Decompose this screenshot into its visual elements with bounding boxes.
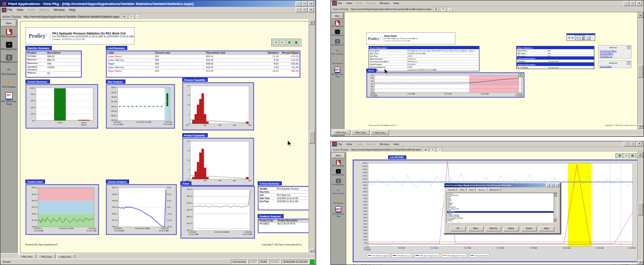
dialog-tab-events[interactable]: Events xyxy=(476,188,487,191)
sidebar-item-pk1-process[interactable]: ◀PK1 Process xyxy=(331,197,346,204)
scroll-up-icon[interactable]: ▲ xyxy=(309,20,315,25)
close-icon[interactable]: × xyxy=(555,184,559,187)
taskbar-tab-http-rev-[interactable]: ehttp://rev... xyxy=(370,130,389,135)
edit-icon[interactable]: ✎ xyxy=(440,7,446,12)
vertical-scrollbar[interactable]: ▲▼ xyxy=(637,12,644,130)
maximize-icon[interactable]: □ xyxy=(630,141,636,146)
maximize-icon[interactable]: □ xyxy=(302,1,308,6)
menu-help[interactable]: Help xyxy=(394,143,399,145)
collapse-icon[interactable]: × xyxy=(627,61,630,65)
vertical-scrollbar[interactable]: ▲▼ xyxy=(309,20,315,253)
sidebar-item-pk1-spc-glue-temp[interactable]: SPCPK1 SPC Glue Temp xyxy=(331,67,344,78)
sidebar-item-pk1-process[interactable]: ◀PK1 Process xyxy=(331,58,344,65)
go-button[interactable]: ... xyxy=(586,35,590,40)
dialog-tab-general[interactable]: General xyxy=(446,188,457,191)
edit-icon[interactable]: ✎ xyxy=(128,14,134,19)
sidebar-item-pk1-production[interactable]: ▙PK1 Production xyxy=(331,160,346,167)
active-display-url[interactable]: http://revmart/Apps/Applications/Variabl… xyxy=(24,15,120,18)
sidebar-item-pk1-overview[interactable]: ✂PK1 OverView xyxy=(331,48,344,55)
minimize-icon[interactable]: – xyxy=(295,1,301,6)
link-view-trending[interactable]: View Trending xyxy=(599,65,631,68)
page-icon[interactable]: ▤ xyxy=(121,14,127,19)
menu-file[interactable]: File xyxy=(7,8,12,11)
legend-item-pk1-hydraulic-pressure[interactable]: PK1 Hydraulic Pressure xyxy=(441,253,467,258)
close-icon[interactable]: × xyxy=(636,1,642,6)
home-icon[interactable]: ⌂ xyxy=(447,7,453,12)
menu-file[interactable]: File xyxy=(338,2,342,5)
next-alarm-icon[interactable]: ► xyxy=(571,36,574,39)
menu-file[interactable]: File xyxy=(338,143,342,145)
apply-button[interactable]: Apply xyxy=(539,226,554,231)
menu-help[interactable]: Help xyxy=(69,8,75,11)
save-as-button[interactable]: Save As xyxy=(486,226,501,231)
vertical-scrollbar[interactable]: ▲▼ xyxy=(637,152,644,265)
chart-tool-icon[interactable]: ▦ xyxy=(519,74,523,77)
maximize-icon[interactable]: □ xyxy=(302,7,308,12)
sidebar-item-pk1-spc-glue-temp[interactable]: SPCPK1 SPC Glue Temp xyxy=(0,92,17,106)
chart-icon[interactable]: ▧ xyxy=(617,153,623,158)
link-view-audit-trail[interactable]: View Audit Trail xyxy=(599,55,631,58)
legend-item-pk1-air-pressure[interactable]: PK1 Air Pressure xyxy=(391,253,412,258)
cancel-button[interactable]: Cancel xyxy=(521,226,537,231)
home-icon[interactable]: ⌂ xyxy=(135,14,141,19)
close-icon[interactable]: × xyxy=(308,7,314,12)
sidebar-item-pk1-overview[interactable]: ✂PK1 OverView xyxy=(0,67,17,76)
page-icon[interactable]: ▤ xyxy=(433,7,439,12)
scroll-up-icon[interactable]: ▲ xyxy=(554,193,557,197)
refresh-icon[interactable]: ● xyxy=(623,153,629,158)
interactive-chart-options-dialog[interactable]: http://revmart/Apps/Applications/Interac… xyxy=(444,182,561,234)
window-controls[interactable]: –□× xyxy=(624,141,642,146)
ok-button[interactable]: Ok xyxy=(450,226,466,231)
sidebar-item-packaging-loss[interactable]: ▯Packaging Loss xyxy=(331,39,344,46)
mdi-window-controls[interactable]: –□× xyxy=(295,7,314,12)
maximize-icon[interactable]: □ xyxy=(550,184,554,187)
minimize-icon[interactable]: – xyxy=(295,7,301,12)
legend-item-pk1-glue-temperature[interactable]: PK1 Glue Temperature xyxy=(414,253,439,258)
menu-window[interactable]: Window xyxy=(379,2,389,5)
save-button[interactable]: Save xyxy=(468,226,484,231)
menu-window[interactable]: Window xyxy=(54,8,65,11)
menu-window[interactable]: Window xyxy=(379,143,389,145)
page-icon[interactable]: ▤ xyxy=(423,147,429,152)
minimize-icon[interactable]: – xyxy=(624,141,629,146)
copy-icon[interactable]: ▥ xyxy=(629,153,635,158)
sidebar-main-button[interactable]: Main xyxy=(332,153,345,158)
collapse-icon[interactable]: × xyxy=(627,46,630,49)
listbox-scrollbar[interactable]: ▲▼ xyxy=(554,193,557,222)
window-controls[interactable]: –□× xyxy=(624,1,642,6)
delete-button[interactable]: Delete xyxy=(504,226,519,231)
sidebar-main-button[interactable]: Main xyxy=(332,14,343,19)
sidebar-item-packaging-loss[interactable]: ▯Packaging Loss xyxy=(0,55,17,64)
sidebar-item-pk1-downtime[interactable]: ◔PK1 DownTime xyxy=(331,30,344,36)
menu-view[interactable]: View xyxy=(16,8,23,11)
close-icon[interactable]: × xyxy=(308,1,314,6)
close-icon[interactable]: × xyxy=(636,141,642,146)
sidebar-item-pk1-spc-glue-temp[interactable]: SPCPK1 SPC Glue Temp xyxy=(331,206,346,217)
maximize-icon[interactable]: □ xyxy=(630,1,636,6)
view-select[interactable]: Trend▾ xyxy=(575,35,585,40)
scroll-thumb[interactable] xyxy=(309,131,315,144)
edit-icon[interactable]: ✎ xyxy=(429,147,435,152)
sidebar-item-pk1-overview[interactable]: ✂PK1 OverView xyxy=(331,188,346,195)
scroll-down-icon[interactable]: ▼ xyxy=(554,219,557,222)
home-icon[interactable]: ⌂ xyxy=(436,147,442,152)
legend-item-simulation00007[interactable]: Simulation00007 xyxy=(469,253,489,258)
legend-item-pk1-machine-speed[interactable]: PK1 Machine Speed xyxy=(366,253,389,258)
menu-view[interactable]: View xyxy=(346,2,352,5)
tab-lots[interactable]: Lots PK13000 xyxy=(388,155,406,159)
sidebar-item-pk1-production[interactable]: ▙PK1 Production xyxy=(331,20,344,27)
sidebar-item-pk1-downtime[interactable]: ◔PK1 DownTime xyxy=(331,169,346,176)
taskbar-tab-pk1-dev-[interactable]: ◔PK1 Dev... xyxy=(351,130,370,135)
active-display-url[interactable]: http://revmart/Apps/Applications/Event E… xyxy=(351,8,431,10)
prev-alarm-icon[interactable]: ◄ xyxy=(568,36,570,39)
menu-view[interactable]: View xyxy=(346,143,352,145)
sidebar-main-button[interactable]: Main xyxy=(1,20,16,26)
forward-icon[interactable]: ► xyxy=(280,40,285,45)
minimize-icon[interactable]: – xyxy=(546,184,550,187)
dialog-tab-data[interactable]: Data xyxy=(467,188,476,191)
export-icon[interactable]: ▤ xyxy=(286,40,292,45)
minimize-icon[interactable]: – xyxy=(624,1,629,6)
menu-help[interactable]: Help xyxy=(394,2,399,5)
back-icon[interactable]: ◄ xyxy=(273,40,279,45)
sidebar-item-packaging-loss[interactable]: ▯Packaging Loss xyxy=(331,179,346,185)
